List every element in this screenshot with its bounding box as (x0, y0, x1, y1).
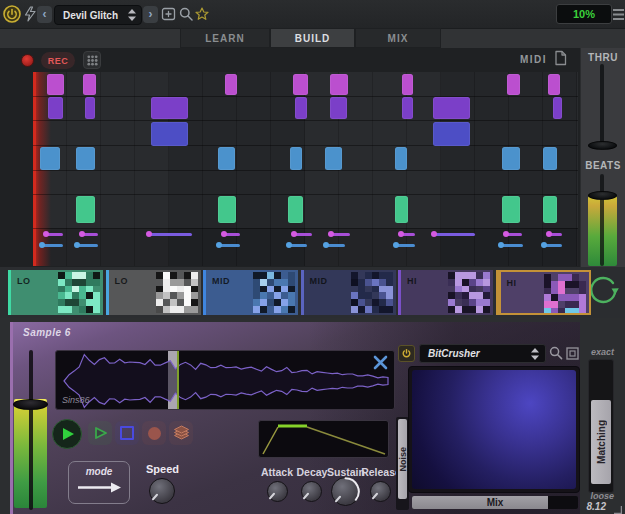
note-block[interactable] (151, 97, 188, 119)
browse-button[interactable] (178, 5, 193, 23)
sample-fader-handle[interactable] (13, 399, 48, 410)
note-block[interactable] (553, 97, 562, 119)
preset-select[interactable]: Devil Glitch (54, 5, 142, 25)
midi-export-button[interactable] (554, 50, 567, 70)
prev-preset-button[interactable]: ‹ (37, 6, 52, 23)
waveform-display[interactable]: Sins86 (55, 350, 395, 410)
stop-button[interactable] (115, 421, 139, 445)
note-block[interactable] (330, 97, 347, 119)
note-block[interactable] (151, 122, 188, 146)
tab-learn[interactable]: LEARN (180, 28, 270, 48)
close-sample-button[interactable] (373, 355, 388, 370)
note-block[interactable] (507, 74, 520, 95)
note-block[interactable] (395, 196, 408, 223)
note-block[interactable] (225, 74, 237, 95)
layers-button[interactable] (169, 421, 193, 445)
release-knob[interactable] (370, 481, 391, 502)
noise-slider-handle[interactable]: Noise (398, 419, 407, 499)
resize-handle[interactable] (612, 504, 622, 514)
envelope-display[interactable] (258, 420, 389, 458)
sample-fader-track[interactable] (29, 350, 33, 510)
note-block[interactable] (325, 147, 342, 170)
note-block[interactable] (85, 97, 95, 119)
note-block[interactable] (76, 147, 95, 170)
beats-slider-handle[interactable] (588, 191, 617, 200)
automation-point[interactable] (393, 242, 399, 248)
automation-point[interactable] (74, 242, 80, 248)
sample-slot-hi-5[interactable]: HI (496, 270, 591, 315)
record-sample-button[interactable] (142, 421, 166, 445)
note-block[interactable] (402, 97, 413, 119)
tab-mix[interactable]: MIX (355, 28, 441, 48)
note-block[interactable] (47, 74, 64, 95)
note-block[interactable] (218, 196, 236, 223)
note-block[interactable] (330, 74, 348, 95)
automation-point[interactable] (328, 231, 334, 237)
automation-point[interactable] (498, 242, 504, 248)
cycle-samples-button[interactable] (586, 272, 620, 306)
thru-slider-handle[interactable] (588, 141, 617, 150)
mix-slider[interactable]: Mix (412, 496, 578, 509)
power-button[interactable] (3, 5, 21, 23)
automation-point[interactable] (398, 231, 404, 237)
thru-slider-track[interactable] (600, 64, 604, 150)
quick-action-button[interactable] (23, 6, 36, 22)
play-button[interactable] (52, 419, 82, 449)
sample-slot-mid-2[interactable]: MID (203, 270, 298, 315)
note-block[interactable] (288, 196, 303, 223)
favorite-button[interactable] (194, 5, 209, 23)
note-block[interactable] (543, 196, 557, 223)
note-block[interactable] (83, 74, 96, 95)
note-block[interactable] (290, 147, 302, 170)
xy-pad[interactable] (412, 370, 576, 489)
sample-slot-lo-1[interactable]: LO (106, 270, 201, 315)
automation-segment[interactable] (148, 233, 192, 236)
automation-point[interactable] (291, 231, 297, 237)
automation-point[interactable] (431, 231, 437, 237)
sequencer-grid[interactable] (33, 72, 578, 266)
sustain-knob[interactable] (331, 477, 360, 506)
automation-point[interactable] (221, 231, 227, 237)
speed-knob[interactable] (149, 478, 175, 504)
note-block[interactable] (40, 147, 60, 170)
sample-slot-lo-0[interactable]: LO (8, 270, 103, 315)
loop-play-button[interactable] (88, 421, 112, 445)
automation-point[interactable] (323, 242, 329, 248)
automation-point[interactable] (43, 231, 49, 237)
save-preset-button[interactable] (160, 5, 177, 23)
mode-selector[interactable]: mode (68, 461, 130, 504)
next-preset-button[interactable]: › (143, 6, 158, 23)
note-block[interactable] (48, 97, 63, 119)
record-button[interactable]: REC (41, 52, 75, 69)
tab-build[interactable]: BUILD (270, 28, 355, 48)
fx-browse-button[interactable] (549, 346, 563, 364)
decay-knob[interactable] (301, 481, 322, 502)
automation-point[interactable] (541, 242, 547, 248)
sample-slot-hi-4[interactable]: HI (398, 270, 493, 315)
settings-menu-button[interactable] (612, 7, 624, 21)
note-block[interactable] (433, 122, 470, 146)
note-block[interactable] (433, 97, 470, 119)
automation-point[interactable] (503, 231, 509, 237)
automation-point[interactable] (216, 242, 222, 248)
note-block[interactable] (502, 196, 520, 223)
note-block[interactable] (402, 74, 413, 95)
beats-slider-track[interactable] (600, 174, 604, 266)
sample-slot-mid-3[interactable]: MID (301, 270, 396, 315)
quantize-grid-button[interactable] (83, 51, 101, 69)
automation-point[interactable] (79, 231, 85, 237)
note-block[interactable] (502, 147, 520, 170)
fx-select[interactable]: BitCrusher (419, 344, 546, 363)
automation-point[interactable] (39, 242, 45, 248)
fx-power-button[interactable] (398, 345, 415, 362)
note-block[interactable] (76, 196, 95, 223)
matching-slider-handle[interactable]: Matching (591, 400, 611, 484)
note-block[interactable] (543, 147, 557, 170)
attack-knob[interactable] (267, 481, 288, 502)
automation-point[interactable] (146, 231, 152, 237)
note-block[interactable] (218, 147, 235, 170)
note-block[interactable] (293, 74, 308, 95)
note-block[interactable] (395, 147, 407, 170)
note-block[interactable] (548, 74, 560, 95)
automation-point[interactable] (286, 242, 292, 248)
